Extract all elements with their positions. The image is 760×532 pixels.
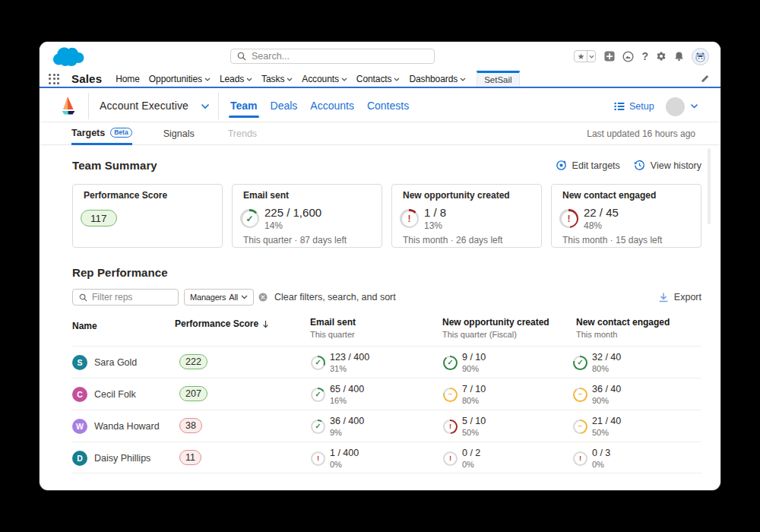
metric-value: 36 / 40 bbox=[592, 384, 645, 394]
favorites-button-group[interactable]: ★ bbox=[574, 50, 596, 62]
utility-icons: ★ ? bbox=[574, 42, 709, 71]
notifications-bell-icon[interactable] bbox=[674, 51, 684, 62]
metric-value: 1 / 400 bbox=[330, 448, 383, 458]
filter-reps-field[interactable] bbox=[92, 292, 172, 302]
help-icon[interactable]: ? bbox=[641, 50, 648, 62]
global-search-input[interactable] bbox=[252, 51, 428, 62]
filter-row: Managers All Clear filters, search, and … bbox=[72, 289, 701, 306]
metric-value: 1 / 8 bbox=[424, 206, 446, 219]
col-email-sub: This quarter bbox=[310, 330, 356, 339]
last-updated-text: Last updated 16 hours ago bbox=[587, 122, 695, 145]
metric-value: 65 / 400 bbox=[330, 384, 383, 394]
table-row[interactable]: D Daisy Phillips 11 ! 1 / 400 0% ! 0 / 2… bbox=[72, 442, 701, 473]
metric-period: This quarter · 87 days left bbox=[243, 235, 371, 245]
col-performance-score[interactable]: Performance Score bbox=[175, 318, 269, 329]
nav-item-home[interactable]: Home bbox=[111, 71, 144, 87]
col-new-contact[interactable]: New contact engaged bbox=[576, 317, 670, 328]
metric-value: 32 / 40 bbox=[592, 352, 645, 363]
role-chevron-down-icon[interactable] bbox=[201, 103, 210, 109]
filter-reps-input[interactable] bbox=[72, 289, 179, 306]
favorites-caret-icon[interactable] bbox=[587, 51, 595, 62]
salesforce-logo bbox=[51, 46, 85, 68]
nav-item-accounts[interactable]: Accounts bbox=[297, 71, 352, 87]
tab-contests[interactable]: Contests bbox=[367, 90, 409, 122]
progress-ring: ✓ bbox=[311, 356, 325, 370]
export-button[interactable]: Export bbox=[659, 292, 701, 302]
metric-percent: 80% bbox=[462, 396, 515, 405]
global-search[interactable] bbox=[230, 49, 435, 64]
edit-nav-pencil-icon[interactable] bbox=[701, 74, 710, 83]
rep-name[interactable]: Wanda Howard bbox=[94, 421, 160, 432]
rep-table: Name Performance Score Email sent This q… bbox=[72, 317, 701, 473]
tab-team[interactable]: Team bbox=[230, 90, 258, 122]
profile-chevron-down-icon[interactable] bbox=[690, 103, 698, 109]
profile-avatar[interactable] bbox=[666, 97, 685, 116]
score-badge: 117 bbox=[81, 210, 117, 226]
chevron-down-icon bbox=[241, 295, 248, 299]
score-badge: 11 bbox=[179, 450, 201, 465]
nav-item-contacts[interactable]: Contacts bbox=[352, 71, 405, 87]
chevron-down-icon bbox=[287, 78, 293, 81]
download-icon bbox=[659, 293, 668, 302]
role-selector-label[interactable]: Account Executive bbox=[100, 100, 188, 112]
edit-targets-button[interactable]: Edit targets bbox=[556, 160, 620, 171]
nav-item-dashboards[interactable]: Dashboards bbox=[404, 71, 470, 87]
card-new-contact: New contact engaged ! 22 / 45 48% This m… bbox=[551, 184, 701, 248]
metric-percent: 48% bbox=[584, 220, 619, 231]
metric-value: 225 / 1,600 bbox=[264, 206, 321, 219]
table-row[interactable]: S Sara Gold 222 ✓ 123 / 400 31% ✓ 9 / 10… bbox=[72, 346, 701, 378]
quick-add-icon[interactable] bbox=[604, 51, 615, 62]
subtab-signals[interactable]: Signals bbox=[163, 122, 195, 145]
metric-value: 22 / 45 bbox=[584, 206, 619, 219]
user-avatar[interactable] bbox=[692, 48, 709, 65]
card-new-opportunity: New opportunity created ! 1 / 8 13% This… bbox=[391, 184, 542, 248]
tab-deals[interactable]: Deals bbox=[271, 90, 298, 122]
chevron-down-icon bbox=[246, 78, 252, 81]
metric-percent: 0% bbox=[462, 460, 515, 469]
metric-period: This month · 26 days left bbox=[403, 235, 530, 245]
col-email-sent[interactable]: Email sent bbox=[310, 317, 356, 328]
metric-percent: 0% bbox=[592, 460, 645, 469]
metric-percent: 9% bbox=[330, 428, 383, 437]
tab-accounts[interactable]: Accounts bbox=[310, 90, 354, 122]
managers-select[interactable]: Managers All bbox=[184, 289, 254, 306]
nav-item-tasks[interactable]: Tasks bbox=[257, 71, 297, 87]
col-new-opportunity[interactable]: New opportunity created bbox=[442, 317, 549, 328]
progress-ring: ! bbox=[559, 209, 578, 228]
progress-ring: − bbox=[443, 388, 458, 402]
scrollbar-thumb[interactable] bbox=[708, 148, 711, 224]
table-row[interactable]: C Cecil Folk 207 ✓ 65 / 400 16% − 7 / 10… bbox=[72, 378, 701, 410]
progress-ring: − bbox=[573, 420, 587, 434]
metric-value: 21 / 40 bbox=[592, 416, 645, 426]
app-launcher-icon[interactable] bbox=[49, 74, 59, 84]
setup-button[interactable]: Setup bbox=[614, 90, 654, 122]
managers-value: All bbox=[229, 293, 238, 302]
nav-tab-setsail[interactable]: SetSail bbox=[477, 71, 519, 87]
rep-name[interactable]: Cecil Folk bbox=[94, 389, 136, 400]
targets-content: Team Summary Edit targets bbox=[40, 145, 720, 490]
chevron-down-icon bbox=[394, 78, 400, 81]
edit-targets-icon bbox=[556, 160, 567, 171]
setsail-tabs: Team Deals Accounts Contests bbox=[230, 90, 409, 122]
nav-item-opportunities[interactable]: Opportunities bbox=[144, 71, 215, 87]
clear-filters-button[interactable]: Clear filters, search, and sort bbox=[258, 292, 396, 302]
chevron-down-icon bbox=[204, 78, 211, 81]
subtab-trends[interactable]: Trends bbox=[228, 122, 257, 145]
star-icon[interactable]: ★ bbox=[575, 51, 587, 62]
chevron-down-icon bbox=[460, 78, 466, 81]
view-history-button[interactable]: View history bbox=[634, 160, 701, 171]
rep-name[interactable]: Sara Gold bbox=[94, 357, 137, 368]
subtab-targets[interactable]: Targets Beta bbox=[71, 122, 132, 145]
metric-percent: 90% bbox=[462, 364, 515, 373]
rep-name[interactable]: Daisy Phillips bbox=[94, 453, 150, 464]
col-name[interactable]: Name bbox=[72, 321, 97, 331]
setup-gear-icon[interactable] bbox=[656, 51, 667, 62]
metric-value: 36 / 400 bbox=[330, 416, 383, 426]
nav-item-leads[interactable]: Leads bbox=[215, 71, 257, 87]
trailhead-help-icon[interactable] bbox=[622, 51, 634, 62]
metric-period: This month · 15 days left bbox=[562, 235, 690, 245]
score-badge: 222 bbox=[179, 354, 207, 369]
table-row[interactable]: W Wanda Howard 38 ✓ 36 / 400 9% ! 5 / 10… bbox=[72, 410, 701, 442]
utility-bar: ★ ? bbox=[40, 42, 720, 71]
summary-cards: Performance Score 117 Email sent ✓ 225 /… bbox=[72, 184, 701, 248]
